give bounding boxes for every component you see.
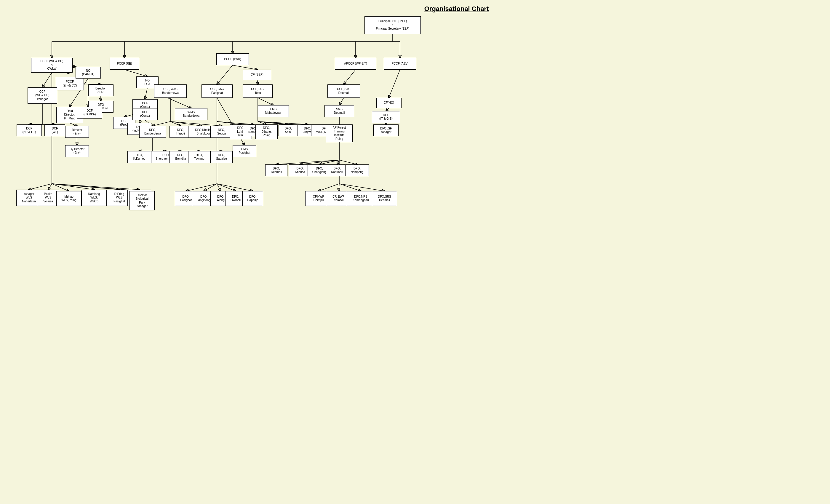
svg-line-62 [337, 160, 339, 164]
org-box-dfo_daporijo: DFO,Daporijo [243, 191, 263, 206]
org-box-dfo_sagalee: DFO,Sagalee [211, 151, 233, 163]
org-box-principal: Principal CCF (HoFF)&Principal Secretary… [364, 16, 421, 34]
svg-line-55 [258, 122, 308, 124]
svg-line-43 [217, 122, 253, 124]
svg-line-76 [48, 184, 52, 190]
svg-line-53 [258, 122, 266, 124]
org-box-director_biological: Director,BiologicalParkItanagar [129, 191, 155, 210]
svg-line-47 [204, 184, 217, 191]
org-box-dcf_wl: DCF(WL) [44, 124, 65, 136]
org-box-ccf_cac: CCF, CACPasighat [201, 85, 233, 98]
org-box-dfo_anini: DFO,Anini [279, 124, 298, 136]
org-box-pccf_re: PCCF (RE) [109, 58, 139, 70]
org-box-cf_ssp: CF (S&P) [243, 70, 271, 80]
org-box-dfo_srs_deomali: DFO,SRSDeomali [372, 191, 397, 206]
svg-line-26 [167, 98, 191, 108]
svg-line-79 [52, 184, 119, 190]
org-box-kamlang_wls: KamlangWLS,Wakro [82, 190, 107, 206]
org-box-pccf_av: PCCF (A&V) [384, 58, 416, 70]
svg-line-42 [217, 122, 241, 124]
chart-container: Organisational Chart Principal CCF (HoFF… [0, 0, 830, 504]
svg-line-63 [339, 160, 357, 164]
org-box-pccf_wl_bd: PCCF (WL & BD)&CWLW [31, 58, 73, 72]
svg-line-60 [300, 160, 339, 164]
org-box-dcf_it_gis: DCF(IT & GIS) [372, 111, 400, 123]
org-box-dy_director_env: Dy Director(Env) [65, 145, 89, 157]
org-box-apccf_wp_it: APCCF (WP &IT) [335, 58, 376, 70]
org-box-pakke_wls: PakkeWLSSeijusa [37, 190, 59, 206]
svg-line-50 [217, 184, 253, 191]
svg-line-38 [233, 65, 257, 70]
org-box-dfo_nampong: DFO,Nampong [345, 164, 369, 176]
org-box-mehao_wls: MehaoWLS,Roing [56, 191, 82, 206]
org-box-cms_pasighat: CMSPasighat [233, 145, 256, 157]
svg-line-39 [217, 65, 233, 85]
org-box-ap_forest_training: AP ForestTrainingInstituteRoing [326, 124, 353, 142]
svg-line-31 [170, 122, 222, 126]
svg-line-59 [276, 160, 339, 164]
org-box-dfo_deomali: DFO,Deomali [265, 164, 287, 176]
org-box-ccf_wac: CCF, WACBanderdewa [154, 85, 187, 98]
org-box-ccf_wl_bd: CCF(WL & BD)Itanagar [28, 87, 57, 104]
svg-line-69 [344, 70, 356, 85]
svg-line-29 [170, 122, 181, 126]
org-box-dcf_br_et: DCF(BR & ET) [17, 124, 42, 136]
svg-line-48 [217, 184, 221, 191]
org-box-dfo_seppa: DFO,Seppa [211, 126, 233, 138]
org-box-director_sfri: Director,SFRI [88, 85, 114, 96]
svg-line-9 [42, 72, 52, 87]
org-box-director_env: Director(Env) [65, 126, 89, 138]
svg-line-65 [319, 184, 339, 191]
org-box-dfo_nrs_kamengbari: DFO,NRSKamengbari [347, 191, 375, 206]
svg-line-18 [70, 123, 77, 126]
svg-line-20 [124, 70, 147, 76]
org-box-dcf_campa: DCF(CAMPA) [77, 107, 102, 119]
org-box-dfo_tawang: DFO,Tawang [188, 151, 211, 163]
org-box-no_campa: NO(CAMPA) [75, 67, 101, 78]
svg-line-80 [52, 184, 139, 190]
svg-line-28 [153, 122, 170, 126]
svg-line-49 [217, 184, 235, 191]
org-box-ccf_eac: CCF,EAC,Tezu [243, 85, 273, 98]
org-box-dfo_sf_itanagar: DFO ,SFItanagar [373, 124, 398, 136]
svg-line-70 [339, 98, 344, 105]
org-box-sms_deomali: SMSDeomali [324, 105, 354, 117]
org-box-cf_hq: CF(HQ) [376, 98, 402, 108]
svg-line-30 [170, 122, 201, 126]
svg-line-78 [52, 184, 94, 190]
org-box-dfo_dibang: DFO,Dibang,Roing [255, 124, 278, 139]
org-box-ems_mahadevpur: EMSMahadevpur [258, 105, 289, 117]
org-box-dfo_banderdewa: DFO,Banderdewa [139, 126, 166, 138]
svg-line-21 [145, 88, 147, 99]
svg-line-46 [186, 184, 217, 191]
svg-line-68 [339, 184, 385, 191]
org-box-wms_banderdewa: WMSBanderdewa [175, 108, 208, 120]
svg-line-40 [257, 80, 258, 85]
svg-line-75 [29, 184, 52, 190]
org-box-ccf_sac: CCF, SACDeomali [327, 85, 360, 98]
connector-lines [0, 0, 830, 504]
svg-line-51 [258, 98, 273, 105]
org-box-pccf_pd: PCCF (P&D) [216, 53, 249, 65]
svg-line-71 [389, 70, 400, 98]
svg-line-72 [386, 108, 389, 111]
org-box-pccf_env_cc: PCCF(Env& CC) [56, 77, 84, 90]
svg-line-54 [258, 122, 288, 124]
chart-title: Organisational Chart [381, 5, 532, 13]
svg-line-67 [339, 184, 361, 191]
org-box-dfo_k_kumey: DFO,K.Kumey [127, 151, 151, 163]
org-box-dfo_kanubari: DFO,Kanubari [326, 164, 348, 176]
svg-line-61 [319, 160, 339, 164]
org-box-dcf_cons: DCF(Cons.) [132, 108, 158, 120]
svg-line-66 [339, 184, 339, 191]
